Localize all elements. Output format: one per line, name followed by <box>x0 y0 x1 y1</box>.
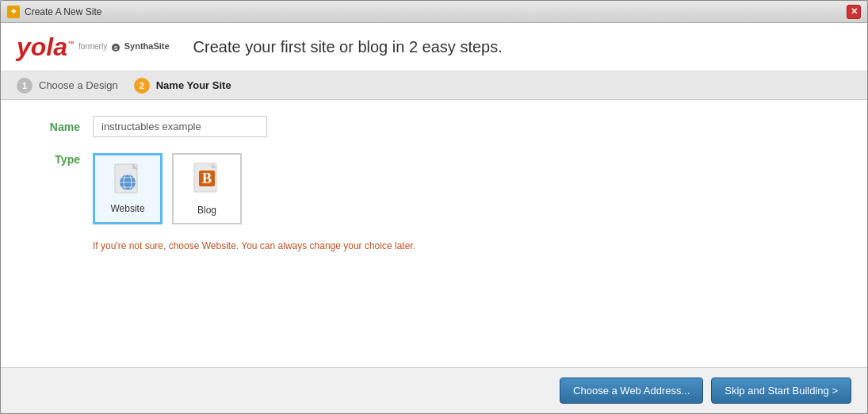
step-1-number: 1 <box>17 78 33 94</box>
type-option-blog[interactable]: B Blog <box>172 153 242 224</box>
window-title: Create A New Site <box>25 6 101 17</box>
name-row: Name <box>33 116 835 137</box>
choose-web-address-button[interactable]: Choose a Web Address... <box>560 378 703 404</box>
logo-area: yola™ formerly S SynthaSite <box>17 34 170 59</box>
name-label: Name <box>33 121 80 133</box>
step-2-label: Name Your Site <box>156 79 231 91</box>
header-tagline: Create your first site or blog in 2 easy… <box>193 38 503 56</box>
step-1: 1 Choose a Design <box>17 78 118 94</box>
step-2: 2 Name Your Site <box>134 78 231 94</box>
skip-and-start-building-button[interactable]: Skip and Start Building > <box>711 378 851 404</box>
svg-text:S: S <box>114 45 118 51</box>
website-svg <box>113 163 143 198</box>
step-2-number: 2 <box>134 78 150 94</box>
synthasite-logo-icon: S <box>111 43 120 52</box>
title-bar-left: ✦ Create A New Site <box>7 6 101 18</box>
svg-text:B: B <box>202 171 212 186</box>
type-option-website[interactable]: Website <box>93 153 163 224</box>
steps-bar: 1 Choose a Design 2 Name Your Site <box>1 71 867 100</box>
blog-type-label: Blog <box>197 205 216 216</box>
title-bar: ✦ Create A New Site ✕ <box>1 1 867 23</box>
type-row: Type <box>33 153 835 224</box>
main-window: ✦ Create A New Site ✕ yola™ formerly S S… <box>0 0 868 414</box>
type-options: Website B Blog <box>93 153 242 224</box>
yola-logo: yola™ <box>17 34 74 59</box>
yola-text: yola <box>17 33 67 61</box>
footer: Choose a Web Address... Skip and Start B… <box>1 367 867 413</box>
blog-icon: B <box>192 163 222 200</box>
trademark-symbol: ™ <box>67 40 74 48</box>
window-icon: ✦ <box>7 6 20 18</box>
site-name-input[interactable] <box>93 116 267 137</box>
formerly-text: formerly S SynthaSite <box>78 41 170 52</box>
step-1-label: Choose a Design <box>39 79 118 91</box>
website-icon <box>113 163 143 198</box>
content-area: Name Type <box>1 100 867 367</box>
close-button[interactable]: ✕ <box>847 5 861 19</box>
footer-right: Choose a Web Address... Skip and Start B… <box>560 378 851 404</box>
type-label: Type <box>33 153 80 166</box>
hint-text: If you're not sure, choose Website. You … <box>93 240 835 251</box>
website-type-label: Website <box>110 203 144 214</box>
blog-svg: B <box>192 163 222 197</box>
header: yola™ formerly S SynthaSite Create your … <box>1 23 867 71</box>
